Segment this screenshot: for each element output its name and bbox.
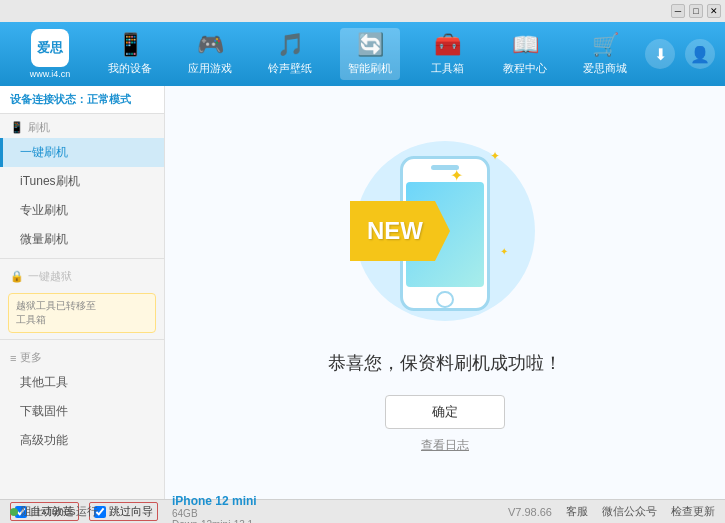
toolbox-icon: 🧰 bbox=[434, 32, 461, 58]
one-click-flash-label: 一键刷机 bbox=[20, 145, 68, 159]
lock-icon: 🔒 bbox=[10, 270, 24, 283]
nav-ringtone-label: 铃声壁纸 bbox=[268, 61, 312, 76]
nav-smart-flash-label: 智能刷机 bbox=[348, 61, 392, 76]
nav-my-device[interactable]: 📱 我的设备 bbox=[100, 28, 160, 80]
close-button[interactable]: ✕ bbox=[707, 4, 721, 18]
shop-icon: 🛒 bbox=[592, 32, 619, 58]
divider-2 bbox=[0, 339, 164, 340]
skip-wizard-checkbox-label[interactable]: 跳过向导 bbox=[89, 502, 158, 521]
wechat-link[interactable]: 微信公众号 bbox=[602, 504, 657, 519]
itunes-status-bar: 阻止iTunes运行 bbox=[10, 504, 98, 519]
title-bar: ─ □ ✕ bbox=[0, 0, 725, 22]
ringtone-icon: 🎵 bbox=[277, 32, 304, 58]
logo: 爱思 www.i4.cn bbox=[10, 29, 90, 79]
new-badge: NEW bbox=[350, 201, 450, 261]
version-text: V7.98.66 bbox=[508, 506, 552, 518]
content-area: NEW ✦ ✦ ✦ 恭喜您，保资料刷机成功啦！ 确定 查看日志 bbox=[165, 86, 725, 499]
nav-tutorial-label: 教程中心 bbox=[503, 61, 547, 76]
sidebar-item-save-flash[interactable]: 微量刷机 bbox=[0, 225, 164, 254]
nav-app-game[interactable]: 🎮 应用游戏 bbox=[180, 28, 240, 80]
sidebar-item-other-tools[interactable]: 其他工具 bbox=[0, 368, 164, 397]
more-icon: ≡ bbox=[10, 352, 16, 364]
nav-my-device-label: 我的设备 bbox=[108, 61, 152, 76]
nav-toolbox[interactable]: 🧰 工具箱 bbox=[420, 28, 475, 80]
itunes-status-label: 阻止iTunes运行 bbox=[21, 504, 98, 519]
download-button[interactable]: ⬇ bbox=[645, 39, 675, 69]
header: 爱思 www.i4.cn 📱 我的设备 🎮 应用游戏 🎵 铃声壁纸 🔄 智能刷机… bbox=[0, 22, 725, 86]
tutorial-icon: 📖 bbox=[512, 32, 539, 58]
itunes-flash-label: iTunes刷机 bbox=[20, 174, 80, 188]
sparkle-top-right: ✦ bbox=[490, 149, 500, 163]
flash-section-title: 📱 刷机 bbox=[0, 114, 164, 138]
flash-icon: 📱 bbox=[10, 121, 24, 134]
main-area: 设备连接状态：正常模式 📱 刷机 一键刷机 iTunes刷机 专业刷机 微量刷机… bbox=[0, 86, 725, 499]
other-tools-label: 其他工具 bbox=[20, 375, 68, 389]
update-link[interactable]: 检查更新 bbox=[671, 504, 715, 519]
nav-tutorial[interactable]: 📖 教程中心 bbox=[495, 28, 555, 80]
status-value: 正常模式 bbox=[87, 93, 131, 105]
jailbreak-notice: 越狱工具已转移至 工具箱 bbox=[8, 293, 156, 333]
sidebar-item-one-click-flash[interactable]: 一键刷机 bbox=[0, 138, 164, 167]
pro-flash-label: 专业刷机 bbox=[20, 203, 68, 217]
sidebar-item-itunes-flash[interactable]: iTunes刷机 bbox=[0, 167, 164, 196]
sidebar-item-download-firmware[interactable]: 下载固件 bbox=[0, 397, 164, 426]
jailbreak-section-title: 🔒 一键越狱 bbox=[0, 263, 164, 287]
device-model: Down-12mini-13,1 bbox=[172, 519, 257, 524]
divider-1 bbox=[0, 258, 164, 259]
itunes-status: 阻止iTunes运行 bbox=[10, 504, 98, 519]
app-game-icon: 🎮 bbox=[197, 32, 224, 58]
advanced-label: 高级功能 bbox=[20, 433, 68, 447]
smart-flash-icon: 🔄 bbox=[357, 32, 384, 58]
nav-smart-flash[interactable]: 🔄 智能刷机 bbox=[340, 28, 400, 80]
nav-ringtone[interactable]: 🎵 铃声壁纸 bbox=[260, 28, 320, 80]
sparkle-top-left: ✦ bbox=[450, 166, 463, 185]
device-info: iPhone 12 mini 64GB Down-12mini-13,1 bbox=[172, 494, 257, 524]
download-firmware-label: 下载固件 bbox=[20, 404, 68, 418]
save-flash-label: 微量刷机 bbox=[20, 232, 68, 246]
phone-home-button bbox=[436, 291, 454, 308]
itunes-dot bbox=[10, 508, 18, 516]
device-status: 设备连接状态：正常模式 bbox=[0, 86, 164, 114]
header-right: ⬇ 👤 bbox=[645, 39, 715, 69]
success-message: 恭喜您，保资料刷机成功啦！ bbox=[328, 351, 562, 375]
nav-toolbox-label: 工具箱 bbox=[431, 61, 464, 76]
view-log-link[interactable]: 查看日志 bbox=[421, 437, 469, 454]
confirm-button[interactable]: 确定 bbox=[385, 395, 505, 429]
maximize-button[interactable]: □ bbox=[689, 4, 703, 18]
sidebar-item-advanced[interactable]: 高级功能 bbox=[0, 426, 164, 455]
new-text: NEW bbox=[367, 217, 423, 245]
nav-items: 📱 我的设备 🎮 应用游戏 🎵 铃声壁纸 🔄 智能刷机 🧰 工具箱 📖 教程中心… bbox=[90, 28, 645, 80]
user-button[interactable]: 👤 bbox=[685, 39, 715, 69]
sidebar: 设备连接状态：正常模式 📱 刷机 一键刷机 iTunes刷机 专业刷机 微量刷机… bbox=[0, 86, 165, 499]
device-name: iPhone 12 mini bbox=[172, 494, 257, 508]
logo-icon: 爱思 bbox=[31, 29, 69, 67]
success-illustration: NEW ✦ ✦ ✦ bbox=[345, 131, 545, 331]
bottom-right: V7.98.66 客服 微信公众号 检查更新 bbox=[508, 504, 715, 519]
device-storage: 64GB bbox=[172, 508, 257, 519]
more-section-title: ≡ 更多 bbox=[0, 344, 164, 368]
my-device-icon: 📱 bbox=[117, 32, 144, 58]
sparkle-bottom-right: ✦ bbox=[500, 246, 508, 257]
minimize-button[interactable]: ─ bbox=[671, 4, 685, 18]
nav-app-game-label: 应用游戏 bbox=[188, 61, 232, 76]
logo-url: www.i4.cn bbox=[30, 69, 71, 79]
sidebar-item-pro-flash[interactable]: 专业刷机 bbox=[0, 196, 164, 225]
skip-wizard-label: 跳过向导 bbox=[109, 504, 153, 519]
status-label: 设备连接状态： bbox=[10, 93, 87, 105]
nav-shop[interactable]: 🛒 爱思商城 bbox=[575, 28, 635, 80]
support-link[interactable]: 客服 bbox=[566, 504, 588, 519]
bottom-bar: 自动敦莲 跳过向导 iPhone 12 mini 64GB Down-12min… bbox=[0, 499, 725, 523]
nav-shop-label: 爱思商城 bbox=[583, 61, 627, 76]
